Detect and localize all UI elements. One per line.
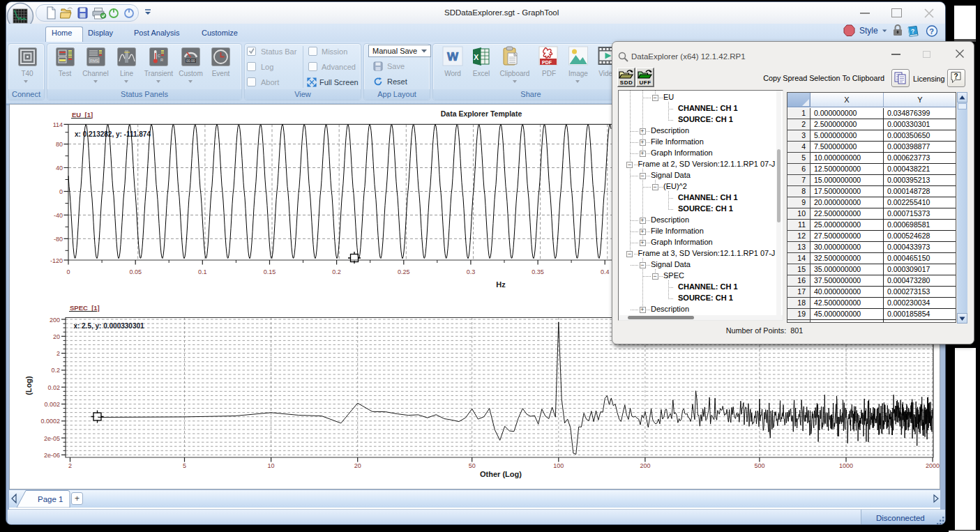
svg-text:2e-06: 2e-06 bbox=[44, 452, 60, 459]
svg-text:0.002: 0.002 bbox=[44, 401, 60, 408]
svg-text:00.00: 00.00 bbox=[186, 59, 195, 63]
svg-text:?: ? bbox=[910, 28, 915, 36]
svg-text:500: 500 bbox=[754, 462, 764, 469]
svg-text:RMS: RMS bbox=[90, 59, 99, 63]
svg-text:0.15: 0.15 bbox=[264, 268, 276, 275]
svg-text:PDF: PDF bbox=[542, 60, 552, 65]
svg-text:20: 20 bbox=[53, 333, 60, 340]
svg-text:?: ? bbox=[954, 73, 958, 80]
svg-text:0: 0 bbox=[59, 188, 63, 195]
svg-text:W: W bbox=[447, 50, 459, 63]
svg-text:80: 80 bbox=[56, 141, 63, 148]
svg-text:10: 10 bbox=[268, 462, 275, 469]
svg-text:1000: 1000 bbox=[839, 462, 853, 469]
svg-text:-80: -80 bbox=[54, 236, 63, 243]
svg-text:R: R bbox=[160, 58, 163, 62]
svg-text:Other (Log): Other (Log) bbox=[480, 470, 522, 478]
svg-text:Style: Style bbox=[859, 26, 878, 36]
svg-text:-120: -120 bbox=[50, 257, 63, 264]
svg-text:x: 2.5, y: 0.000330301: x: 2.5, y: 0.000330301 bbox=[73, 322, 144, 330]
svg-text:-40: -40 bbox=[54, 212, 63, 219]
svg-text:0.3: 0.3 bbox=[467, 268, 476, 275]
svg-text:200: 200 bbox=[50, 317, 60, 324]
svg-text:Data Explorer Template: Data Explorer Template bbox=[441, 109, 522, 118]
svg-text:?: ? bbox=[929, 27, 934, 36]
svg-text:40: 40 bbox=[56, 165, 63, 172]
svg-text:20: 20 bbox=[354, 462, 361, 469]
svg-text:Hz: Hz bbox=[496, 280, 506, 289]
svg-text:2: 2 bbox=[56, 350, 60, 357]
svg-text:0.02: 0.02 bbox=[47, 384, 60, 391]
svg-text:50: 50 bbox=[469, 462, 476, 469]
svg-text:114: 114 bbox=[53, 121, 63, 128]
svg-text:2e-05: 2e-05 bbox=[44, 435, 60, 442]
svg-text:200: 200 bbox=[640, 462, 650, 469]
svg-text:x: 0.213282, y: -111.874: x: 0.213282, y: -111.874 bbox=[75, 130, 151, 138]
svg-text:0.35: 0.35 bbox=[532, 268, 544, 275]
svg-text:5: 5 bbox=[183, 462, 186, 469]
svg-text:0: 0 bbox=[66, 268, 70, 275]
svg-text:0.25: 0.25 bbox=[398, 268, 410, 275]
svg-text:100: 100 bbox=[553, 462, 564, 469]
svg-text:0.2: 0.2 bbox=[332, 268, 341, 275]
svg-text:(Log): (Log) bbox=[24, 376, 33, 395]
svg-text:SPEC [1]: SPEC [1] bbox=[70, 304, 100, 312]
svg-text:0.1: 0.1 bbox=[198, 268, 207, 275]
svg-text:0.4: 0.4 bbox=[601, 268, 610, 275]
svg-text:0.0002: 0.0002 bbox=[40, 418, 60, 425]
svg-text:EU [1]: EU [1] bbox=[72, 111, 93, 119]
svg-text:2000: 2000 bbox=[926, 462, 940, 469]
svg-text:X: X bbox=[474, 53, 479, 61]
svg-text:0.2: 0.2 bbox=[51, 367, 60, 374]
svg-text:2: 2 bbox=[68, 462, 72, 469]
svg-text:0.05: 0.05 bbox=[129, 268, 142, 275]
